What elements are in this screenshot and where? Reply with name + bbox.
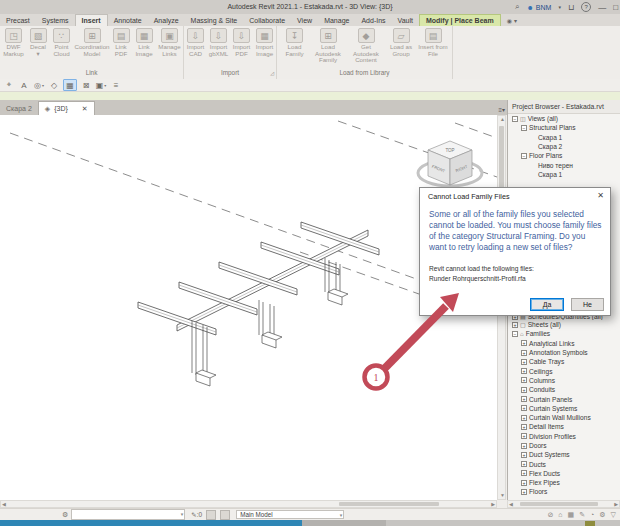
tree-item-curtain-systems[interactable]: +Curtain Systems — [508, 404, 620, 413]
tab-vault[interactable]: Vault — [392, 14, 419, 26]
expander-icon[interactable]: + — [521, 433, 527, 439]
horizontal-scrollbar[interactable]: ◀ ▶ — [0, 500, 497, 508]
expander-icon[interactable]: + — [521, 470, 527, 476]
expander-icon[interactable]: + — [521, 452, 527, 458]
expander-icon[interactable]: + — [521, 377, 527, 383]
close-hidden-windows-icon[interactable]: ⊠ — [80, 80, 92, 90]
expander-icon[interactable]: − — [512, 116, 518, 122]
tree-item-curtain-wall-mullions[interactable]: +Curtain Wall Mullions — [508, 413, 620, 422]
tree-item-скара-1[interactable]: Скара 1 — [508, 170, 620, 179]
decal-button[interactable]: ▧Decal ▾ — [27, 28, 49, 57]
design-options-dropdown[interactable]: Main Model ▾ — [236, 510, 344, 519]
load-as-group-button[interactable]: ▱Load as Group — [385, 28, 417, 57]
import-image-button[interactable]: ▦Import Image — [253, 28, 276, 57]
load-family-button[interactable]: ↧Load Family — [280, 28, 309, 57]
viewcube[interactable]: TOP FRONT RIGHT — [418, 141, 482, 186]
tree-item-ниво-терен[interactable]: Ниво терен — [508, 160, 620, 169]
background-processes-icon[interactable]: ⚙ — [599, 511, 605, 519]
tree-item-annotation-symbols[interactable]: +Annotation Symbols — [508, 348, 620, 357]
expander-icon[interactable]: − — [521, 125, 527, 131]
tree-item-ceilings[interactable]: +Ceilings — [508, 366, 620, 375]
expander-icon[interactable]: + — [521, 350, 527, 356]
user-interface-icon[interactable]: ▣▾ — [95, 80, 107, 90]
select-by-face-icon[interactable]: ✎ — [579, 511, 585, 519]
view-tab-skara2[interactable]: Скара 2 — [0, 102, 38, 115]
tab-precast[interactable]: Precast — [0, 14, 36, 26]
minimize-button[interactable]: — — [598, 3, 606, 12]
tree-item-sheets-all[interactable]: +▢Sheets (all) — [508, 320, 620, 329]
expander-icon[interactable]: + — [521, 387, 527, 393]
tree-item-structural-plans[interactable]: −Structural Plans — [508, 123, 620, 132]
worksets-icon[interactable]: ⚙ — [62, 511, 68, 519]
view-tab-list-icon[interactable]: ≡▾ — [498, 106, 505, 113]
tree-item-floors[interactable]: +Floors — [508, 487, 620, 496]
tab-massing-site[interactable]: Massing & Site — [185, 14, 244, 26]
import-pdf-button[interactable]: ⇩Import PDF — [230, 28, 253, 57]
select-links-icon[interactable]: ⊘ — [547, 511, 553, 519]
tab-add-ins[interactable]: Add-Ins — [355, 14, 391, 26]
link-pdf-button[interactable]: ▤Link PDF — [110, 28, 132, 57]
load-autodesk-family-button[interactable]: ⊞Load Autodesk Family — [309, 28, 347, 64]
help-icon[interactable]: ? — [581, 2, 591, 12]
dwf-markup-button[interactable]: ◳DWF Markup — [0, 28, 27, 57]
design-options-icon[interactable] — [220, 510, 230, 520]
text-tool-icon[interactable]: A — [18, 80, 30, 90]
expander-icon[interactable]: + — [521, 415, 527, 421]
point-cloud-button[interactable]: ∵Point Cloud — [49, 28, 74, 57]
dialog-close-icon[interactable]: ✕ — [597, 191, 604, 200]
expander-icon[interactable]: + — [512, 322, 518, 328]
expander-icon[interactable]: + — [521, 359, 527, 365]
expander-icon[interactable]: + — [521, 489, 527, 495]
select-pinned-icon[interactable]: ▦ — [568, 511, 575, 519]
tree-item-flex-pipes[interactable]: +Flex Pipes — [508, 478, 620, 487]
tree-item-families[interactable]: −⌂Families — [508, 329, 620, 338]
tree-item-cable-trays[interactable]: +Cable Trays — [508, 357, 620, 366]
tree-item-detail-items[interactable]: +Detail Items — [508, 422, 620, 431]
insert-from-file-button[interactable]: ▤Insert from File — [417, 28, 449, 57]
tree-item-analytical-links[interactable]: +Analytical Links — [508, 339, 620, 348]
expander-icon[interactable]: + — [521, 480, 527, 486]
tree-item-views-all[interactable]: −◫Views (all) — [508, 114, 620, 123]
expander-icon[interactable]: + — [521, 340, 527, 346]
close-tab-icon[interactable]: ✕ — [82, 105, 88, 113]
tree-item-скара-2[interactable]: Скара 2 — [508, 142, 620, 151]
expander-icon[interactable]: + — [521, 368, 527, 374]
filter-icon[interactable]: ▽ — [611, 511, 616, 519]
tab-insert[interactable]: Insert — [75, 14, 108, 26]
contextual-tab-dropdown-icon[interactable]: ◉▾ — [501, 14, 523, 26]
import-cad-button[interactable]: ⇩Import CAD — [184, 28, 207, 57]
workset-dropdown[interactable]: ▾ — [71, 509, 185, 520]
select-underlay-icon[interactable]: ⌂ — [558, 511, 562, 519]
more-tools-icon[interactable]: ≡ — [110, 80, 122, 90]
tree-item-columns[interactable]: +Columns — [508, 376, 620, 385]
tree-item-doors[interactable]: +Doors — [508, 441, 620, 450]
tab-modify-place-beam[interactable]: Modify | Place Beam — [419, 14, 501, 26]
signin-account[interactable]: ☻ BNM — [526, 4, 551, 11]
browser-horizontal-scrollbar[interactable]: ◀ ▶ — [507, 500, 620, 508]
expander-icon[interactable]: + — [521, 396, 527, 402]
manage-links-button[interactable]: ▣Manage Links — [156, 28, 183, 57]
search-icon[interactable]: ⌕ — [515, 2, 519, 12]
tab-collaborate[interactable]: Collaborate — [243, 14, 291, 26]
panel-launcher-icon[interactable]: ◿ — [270, 70, 274, 76]
expander-icon[interactable]: − — [512, 331, 518, 337]
yes-button[interactable]: Да — [530, 298, 564, 311]
expander-icon[interactable]: + — [521, 443, 527, 449]
tree-item-floor-plans[interactable]: −Floor Plans — [508, 151, 620, 160]
no-button[interactable]: Не — [571, 298, 604, 311]
tree-item-conduits[interactable]: +Conduits — [508, 385, 620, 394]
view-tool-icon[interactable]: ◎▾ — [33, 80, 45, 90]
tree-item-division-profiles[interactable]: +Division Profiles — [508, 432, 620, 441]
view-tab-3d[interactable]: ◈ {3D} ✕ — [38, 101, 95, 115]
dropdown-icon[interactable]: ▾ — [558, 4, 561, 10]
link-image-button[interactable]: ▦Link Image — [132, 28, 156, 57]
tab-analyze[interactable]: Analyze — [148, 14, 185, 26]
get-autodesk-content-button[interactable]: ◆Get Autodesk Content — [347, 28, 385, 64]
tab-manage[interactable]: Manage — [318, 14, 355, 26]
drag-on-selection-icon[interactable]: ◔ — [590, 511, 594, 519]
tree-item-duct-systems[interactable]: +Duct Systems — [508, 450, 620, 459]
expander-icon[interactable]: + — [521, 461, 527, 467]
editable-only-toggle[interactable] — [206, 510, 216, 520]
project-browser-title[interactable]: Project Browser - Estakada.rvt — [508, 100, 620, 114]
tab-view[interactable]: View — [291, 14, 318, 26]
